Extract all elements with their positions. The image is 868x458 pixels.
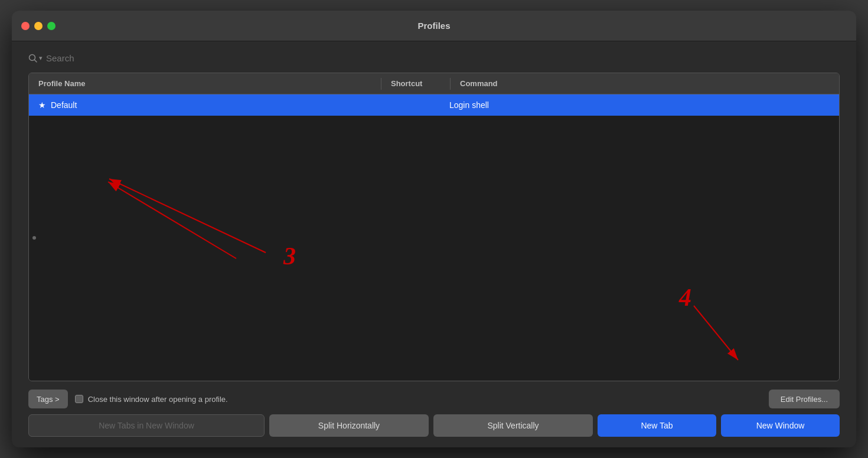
table-row[interactable]: ★ Default Login shell (29, 94, 839, 116)
search-bar: ▾ (28, 53, 840, 63)
controls-row-1: Tags > Close this window after opening a… (28, 390, 840, 408)
minimize-button[interactable] (34, 22, 43, 30)
new-tab-button[interactable]: New Tab (598, 414, 716, 437)
close-window-checkbox[interactable] (75, 395, 83, 403)
svg-line-1 (35, 60, 37, 62)
table-header: Profile Name Shortcut Command (29, 73, 839, 94)
titlebar: Profiles (12, 11, 856, 41)
new-tabs-in-new-window-button[interactable]: New Tabs in New Window (28, 414, 265, 437)
column-header-command: Command (460, 79, 830, 88)
column-divider-2 (450, 78, 451, 90)
profile-name-cell: ★ Default (38, 100, 381, 110)
profiles-window: Profiles ▾ Profile Name Shortcut Command (12, 11, 856, 447)
close-button[interactable] (21, 22, 30, 30)
edit-profiles-button[interactable]: Edit Profiles... (769, 390, 840, 408)
bottom-controls: Tags > Close this window after opening a… (28, 381, 840, 447)
column-divider-1 (381, 78, 381, 90)
table-body: ★ Default Login shell (29, 94, 839, 381)
traffic-lights (21, 22, 56, 30)
command-cell: Login shell (449, 100, 830, 110)
column-header-shortcut: Shortcut (391, 79, 450, 88)
controls-row-2: New Tabs in New Window Split Horizontall… (28, 414, 840, 441)
split-horizontally-button[interactable]: Split Horizontally (269, 414, 429, 437)
profile-name-label: Default (51, 100, 77, 110)
split-vertically-button[interactable]: Split Vertically (433, 414, 593, 437)
close-window-label: Close this window after opening a profil… (75, 395, 762, 404)
profiles-table: Profile Name Shortcut Command ★ Default … (28, 73, 840, 381)
column-header-profile-name: Profile Name (38, 79, 381, 88)
main-content: ▾ Profile Name Shortcut Command ★ Defaul… (12, 41, 856, 447)
maximize-button[interactable] (47, 22, 56, 30)
new-window-button[interactable]: New Window (721, 414, 840, 437)
window-title: Profiles (417, 21, 450, 31)
star-icon: ★ (38, 100, 46, 110)
close-window-text: Close this window after opening a profil… (88, 395, 228, 404)
search-icon: ▾ (28, 54, 43, 63)
search-input[interactable] (46, 53, 164, 63)
side-indicator (32, 236, 36, 240)
tags-button[interactable]: Tags > (28, 390, 68, 408)
